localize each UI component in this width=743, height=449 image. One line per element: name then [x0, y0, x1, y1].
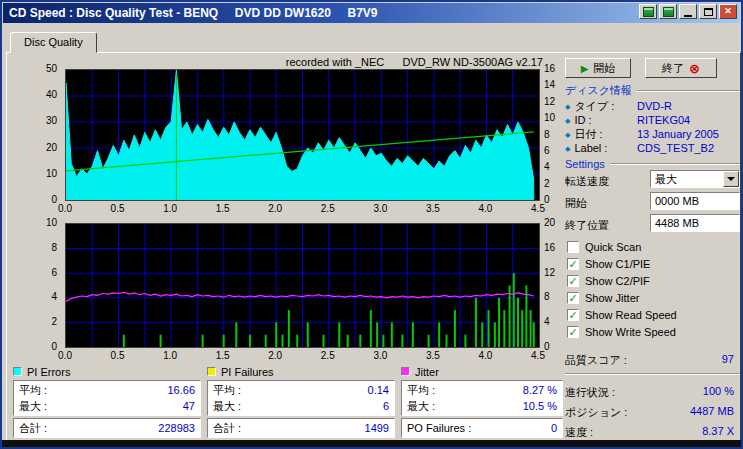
- axis-tick-label: 4.0: [478, 203, 492, 214]
- pi-failures-total-value: 1499: [365, 420, 389, 436]
- pi-errors-swatch-icon: [13, 367, 22, 376]
- tab-disc-quality[interactable]: Disc Quality: [10, 32, 97, 53]
- pi-failures-avg-value: 0.14: [368, 382, 389, 398]
- quality-score-value: 97: [722, 353, 734, 365]
- disc-info-label: Label :: [574, 142, 607, 154]
- axis-tick-label: 2.0: [268, 203, 282, 214]
- start-position-input[interactable]: [650, 192, 740, 210]
- axis-tick-label: 2.5: [321, 350, 335, 361]
- checkbox-box[interactable]: ✓: [567, 258, 579, 270]
- chevron-down-icon[interactable]: [723, 171, 739, 187]
- pi-errors-avg-max-box: 平均 :16.66 最大 :47: [13, 380, 201, 416]
- pif-jitter-chart-area: [65, 223, 540, 348]
- checkbox-label: Show Write Speed: [585, 326, 676, 338]
- titlebar: CD Speed : Disc Quality Test - BENQ DVD …: [3, 3, 740, 23]
- checkbox-label: Show C2/PIF: [585, 275, 650, 287]
- axis-tick-label: 6: [544, 145, 550, 156]
- checkbox-box[interactable]: ✓: [567, 309, 579, 321]
- settings-header: Settings: [565, 157, 740, 170]
- jitter-legend: Jitter: [401, 365, 563, 378]
- pi-failures-max-value: 6: [383, 398, 389, 414]
- start-button-label: 開始: [593, 61, 615, 76]
- pi-failures-swatch-icon: [207, 367, 216, 376]
- disc-info-label: タイプ :: [574, 100, 614, 112]
- checkbox-show-read-speed[interactable]: ✓Show Read Speed: [567, 306, 740, 323]
- green-book-icon: [643, 7, 654, 17]
- max-label: 最大 :: [407, 400, 435, 412]
- axis-tick-label: 14: [544, 79, 555, 90]
- axis-tick-label: 12: [544, 267, 555, 278]
- disc-info-value: CDS_TEST_B2: [637, 141, 714, 155]
- transfer-speed-value: 最大: [651, 172, 723, 187]
- axis-tick-label: 4.5: [531, 350, 545, 361]
- checkbox-show-jitter[interactable]: ✓Show Jitter: [567, 289, 740, 306]
- jitter-stats: Jitter 平均 :8.27 % 最大 :10.5 % PO Failures…: [401, 365, 563, 438]
- jitter-swatch-icon: [401, 367, 410, 376]
- max-label: 最大 :: [19, 400, 47, 412]
- axis-tick-label: 1.5: [216, 203, 230, 214]
- close-icon: ✕: [724, 7, 732, 16]
- jitter-avg-value: 8.27 %: [523, 382, 557, 398]
- jitter-avg-max-box: 平均 :8.27 % 最大 :10.5 %: [401, 380, 563, 416]
- checkbox-label: Show C1/PIE: [585, 258, 650, 270]
- axis-tick-label: 2.0: [268, 350, 282, 361]
- recorded-with-note: recorded with _NEC DVD_RW ND-3500AG v2.1…: [187, 56, 543, 68]
- disc-info-list: ◆タイプ :DVD-R◆ID :RITEKG04◆日付 :13 January …: [565, 99, 740, 155]
- app-window: CD Speed : Disc Quality Test - BENQ DVD …: [0, 0, 743, 449]
- axis-tick-label: 3.5: [426, 350, 440, 361]
- quality-score-label: 品質スコア :: [565, 353, 627, 368]
- jitter-max-value: 10.5 %: [523, 398, 557, 414]
- checkbox-box[interactable]: ✓: [567, 326, 579, 338]
- axis-tick-label: 0.5: [111, 350, 125, 361]
- disc-info-row: ◆タイプ :DVD-R: [565, 99, 740, 113]
- checkbox-show-write-speed[interactable]: ✓Show Write Speed: [567, 323, 740, 340]
- pif-jitter-chart: [66, 224, 539, 347]
- tab-page: recorded with _NEC DVD_RW ND-3500AG v2.1…: [6, 52, 741, 442]
- maximize-button[interactable]: [699, 4, 717, 19]
- axis-tick-label: 8: [544, 129, 550, 140]
- checkbox-label: Show Jitter: [585, 292, 639, 304]
- checkbox-box[interactable]: [567, 241, 579, 253]
- po-failures-label: PO Failures :: [407, 422, 471, 434]
- end-position-input[interactable]: [650, 214, 740, 232]
- green-book-icon-2[interactable]: [659, 4, 677, 19]
- exit-button[interactable]: 終了 ⊗: [645, 58, 717, 78]
- start-button[interactable]: ▶ 開始: [565, 58, 631, 78]
- disc-info-row: ◆ID :RITEKG04: [565, 113, 740, 127]
- axis-tick-label: 1.0: [163, 350, 177, 361]
- pi-errors-total-box: 合計 :228983: [13, 418, 201, 438]
- diamond-bullet-icon: ◆: [565, 131, 570, 138]
- green-book-icon-1[interactable]: [639, 4, 657, 19]
- checkbox-quick-scan[interactable]: Quick Scan: [567, 238, 740, 255]
- axis-tick-label: 0.0: [58, 350, 72, 361]
- axis-tick-label: 30: [46, 115, 57, 126]
- close-button[interactable]: ✕: [719, 4, 737, 19]
- checkbox-label: Quick Scan: [585, 241, 641, 253]
- transfer-speed-select[interactable]: 最大: [650, 170, 740, 188]
- position-label: ポジション :: [565, 405, 627, 420]
- checkbox-label: Show Read Speed: [585, 309, 677, 321]
- axis-tick-label: 10: [46, 217, 57, 228]
- speed-value: 8.37 X: [702, 425, 734, 437]
- axis-tick-label: 0: [51, 194, 57, 205]
- pi-failures-avg-max-box: 平均 :0.14 最大 :6: [207, 380, 395, 416]
- pi-errors-legend: PI Errors: [13, 365, 201, 378]
- pi-errors-y-axis-left: 50403020100: [35, 63, 61, 205]
- axis-tick-label: 0: [51, 341, 57, 352]
- checkbox-box[interactable]: ✓: [567, 292, 579, 304]
- disc-info-label: 日付 :: [574, 128, 602, 140]
- po-failures-value: 0: [551, 420, 557, 436]
- axis-tick-label: 0.0: [58, 203, 72, 214]
- axis-tick-label: 40: [46, 89, 57, 100]
- checkbox-show-c2-pif[interactable]: ✓Show C2/PIF: [567, 272, 740, 289]
- checkbox-box[interactable]: ✓: [567, 275, 579, 287]
- axis-tick-label: 4.0: [478, 350, 492, 361]
- axis-tick-label: 2: [544, 178, 550, 189]
- checkbox-show-c1-pie[interactable]: ✓Show C1/PIE: [567, 255, 740, 272]
- disc-info-row: ◆Label :CDS_TEST_B2: [565, 141, 740, 155]
- pi-failures-legend-label: PI Failures: [221, 366, 274, 378]
- axis-tick-label: 16: [544, 63, 555, 74]
- axis-tick-label: 4: [51, 291, 57, 302]
- minimize-button[interactable]: [679, 4, 697, 19]
- axis-tick-label: 2: [51, 316, 57, 327]
